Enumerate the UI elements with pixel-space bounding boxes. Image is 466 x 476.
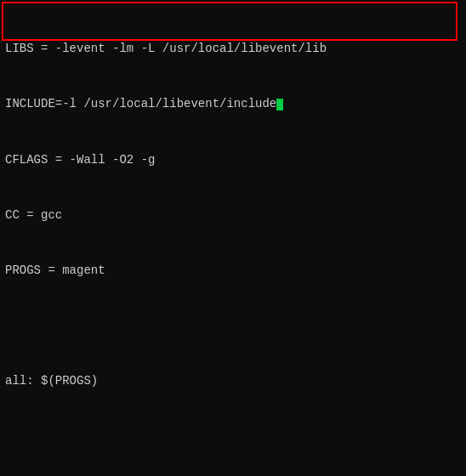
line-7: all: $(PROGS) bbox=[5, 372, 461, 391]
line-2: INCLUDE=-l /usr/local/libevent/include bbox=[5, 95, 461, 114]
editor: LIBS = -levent -lm -L /usr/local/libeven… bbox=[0, 0, 466, 476]
line-4: CC = gcc bbox=[5, 207, 461, 225]
line-5: PROGS = magent bbox=[5, 262, 461, 280]
line-8 bbox=[5, 428, 461, 446]
line-3: CFLAGS = -Wall -O2 -g bbox=[5, 151, 461, 170]
line-6 bbox=[5, 317, 461, 336]
line-1: LIBS = -levent -lm -L /usr/local/libeven… bbox=[5, 40, 461, 59]
text-cursor bbox=[276, 99, 283, 110]
code-content[interactable]: LIBS = -levent -lm -L /usr/local/libeven… bbox=[5, 3, 461, 476]
